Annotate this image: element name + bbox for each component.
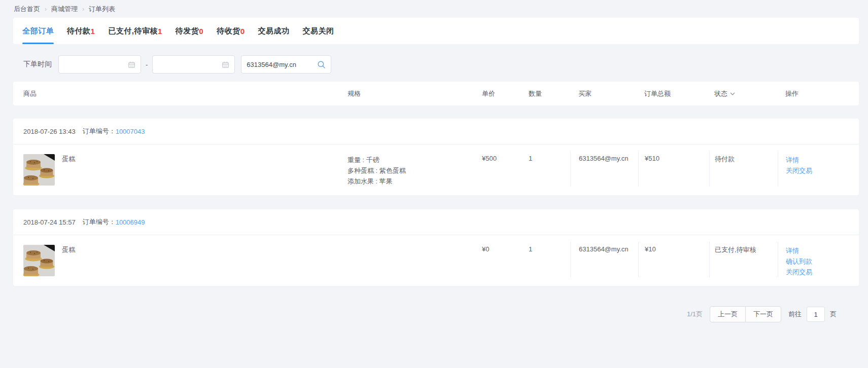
product-cell: 蛋糕 [13,242,348,277]
buyer: 6313564@my.cn [579,245,629,253]
order-row: 蛋糕¥016313564@my.cn¥10已支付,待审核详情确认到款关闭交易 [13,235,859,286]
column-header-label: 操作 [785,89,798,98]
action-cell: 详情关闭交易 [778,151,859,187]
spec-line: 多种蛋糕 : 紫色蛋糕 [348,165,482,176]
order-action-link[interactable]: 确认到款 [786,256,859,267]
chevron-down-icon [730,92,735,95]
order-card-header: 2018-07-26 13:43订单编号：10007043 [13,119,859,144]
next-page-button[interactable]: 下一页 [745,306,781,322]
tab-0[interactable]: 全部订单 [22,18,54,44]
product-image [23,154,55,186]
product-photo-cake [23,154,55,186]
order-number-link[interactable]: 10006949 [116,218,145,226]
order-action-link[interactable]: 关闭交易 [786,165,859,176]
tab-3[interactable]: 待发货0 [176,18,203,44]
pagination: 1/1页 上一页 下一页 前往 页 [0,306,837,322]
buyer-search-field[interactable] [247,61,317,68]
breadcrumb: 后台首页›商城管理›订单列表 [0,0,868,14]
spec-line: 添加水果 : 苹果 [348,176,482,187]
spec-cell: 重量 : 千磅多种蛋糕 : 紫色蛋糕添加水果 : 苹果 [348,151,482,187]
column-header-action: 操作 [778,89,859,98]
calendar-icon [128,61,135,68]
tab-5[interactable]: 交易成功 [258,18,290,44]
tab-label: 待付款 [67,26,91,36]
quantity: 1 [529,155,532,162]
order-action-link[interactable]: 详情 [786,245,859,256]
tab-label: 交易成功 [258,26,290,36]
buyer-cell: 6313564@my.cn [570,151,638,187]
column-header-label: 数量 [529,89,542,98]
date-to-input[interactable] [152,55,235,73]
buyer: 6313564@my.cn [579,155,629,162]
order-time: 2018-07-26 13:43 [23,128,76,135]
product-photo-cake [23,245,55,276]
unit-price-cell: ¥0 [482,242,529,277]
buyer-search-input[interactable] [241,55,331,73]
column-header-label: 单价 [482,89,495,98]
order-status-cell: 待付款 [709,151,778,187]
date-to-field[interactable] [158,61,222,68]
column-header-label: 规格 [348,89,361,98]
table-header: 商品规格单价数量买家订单总额状态操作 [13,82,859,105]
order-total-cell: ¥10 [638,242,709,277]
unit-price-cell: ¥500 [482,151,529,187]
column-header-status[interactable]: 状态 [709,89,778,98]
order-status-cell: 已支付,待审核 [709,242,778,277]
tab-label: 交易关闭 [303,26,334,36]
product-cell: 蛋糕 [13,151,348,187]
product-name: 蛋糕 [62,245,75,254]
date-range-separator: - [146,61,148,68]
tab-count-badge: 1 [91,27,95,35]
order-time-label: 下单时间 [23,60,52,69]
breadcrumb-item: 订单列表 [89,5,115,14]
tab-label: 已支付,待审核 [108,26,158,36]
quantity-cell: 1 [529,151,570,187]
tab-4[interactable]: 待收货0 [217,18,245,44]
breadcrumb-item[interactable]: 后台首页 [14,5,40,14]
order-number-label: 订单编号： [83,217,116,227]
buyer-cell: 6313564@my.cn [570,242,638,277]
order-total: ¥510 [645,155,659,162]
page-number-input[interactable] [807,307,825,322]
column-header-label: 商品 [23,89,37,98]
prev-page-button[interactable]: 上一页 [710,306,746,322]
tab-count-badge: 1 [158,27,162,35]
goto-page-label: 前往 [788,310,802,319]
quantity-cell: 1 [529,242,570,277]
tab-2[interactable]: 已支付,待审核1 [108,18,162,44]
tab-count-badge: 0 [199,27,203,35]
calendar-icon [222,61,229,68]
page-unit-label: 页 [830,310,837,319]
date-from-field[interactable] [64,61,128,68]
spec-line: 重量 : 千磅 [348,155,482,165]
quantity: 1 [529,245,532,253]
column-header-label: 状态 [714,89,727,98]
search-icon[interactable] [317,60,326,69]
column-header-qty: 数量 [529,89,570,98]
date-from-input[interactable] [58,55,141,73]
order-row: 蛋糕重量 : 千磅多种蛋糕 : 紫色蛋糕添加水果 : 苹果¥5001631356… [13,144,859,195]
order-total: ¥10 [645,245,656,253]
column-header-total: 订单总额 [638,89,709,98]
order-action-link[interactable]: 关闭交易 [786,267,859,277]
order-number-link[interactable]: 10007043 [116,128,145,135]
order-status: 待付款 [715,155,735,163]
order-action-link[interactable]: 详情 [786,155,859,165]
order-number-label: 订单编号： [83,127,116,136]
spec-cell [348,242,482,277]
order-status: 已支付,待审核 [715,246,756,253]
tab-6[interactable]: 交易关闭 [303,18,334,44]
tab-1[interactable]: 待付款1 [67,18,95,44]
page-summary: 1/1页 [687,310,703,319]
order-card: 2018-07-24 15:57订单编号：10006949 蛋糕¥0163135… [13,209,859,286]
order-card: 2018-07-26 13:43订单编号：10007043 蛋糕重量 : 千磅多… [13,119,859,195]
tab-label: 全部订单 [22,26,54,36]
order-time: 2018-07-24 15:57 [23,218,76,226]
column-header-price: 单价 [482,89,529,98]
unit-price: ¥500 [482,155,497,162]
column-header-product: 商品 [13,89,348,98]
filter-bar: 下单时间 - [23,55,868,73]
order-status-tabs: 全部订单待付款1已支付,待审核1待发货0待收货0交易成功交易关闭 [13,18,859,44]
breadcrumb-item[interactable]: 商城管理 [51,5,78,14]
chevron-right-icon: › [45,6,47,13]
